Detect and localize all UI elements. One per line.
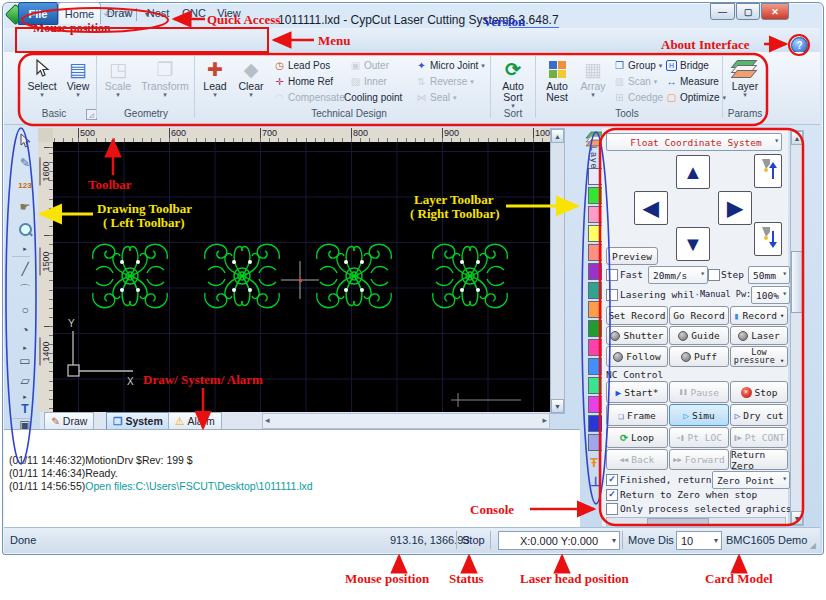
frame-button[interactable]: ❏Frame: [606, 404, 668, 426]
step-size-select[interactable]: 50mm: [748, 266, 790, 284]
lasering-checkbox[interactable]: [606, 289, 618, 301]
tab-cnc[interactable]: CNC: [177, 2, 211, 23]
select-tool-icon[interactable]: [14, 132, 36, 150]
jog-left-button[interactable]: ◀: [634, 191, 668, 225]
scroll-thumb[interactable]: [791, 251, 803, 313]
low-pressure-button[interactable]: Lowpressure ▾: [730, 346, 788, 367]
jog-down-button[interactable]: ▼: [676, 227, 710, 261]
simu-button[interactable]: ▷Simu: [669, 404, 729, 426]
step-checkbox[interactable]: [708, 269, 720, 281]
array-button[interactable]: ▦ Array▾: [577, 57, 609, 98]
manual-power-select[interactable]: 100%: [751, 286, 790, 304]
set-record-button[interactable]: Set Record: [606, 306, 668, 325]
selected-graphics-checkbox[interactable]: [606, 503, 618, 515]
scale-button[interactable]: ◳ Scale▾: [100, 57, 136, 98]
loop-button[interactable]: ⟳Loop: [606, 427, 668, 448]
scroll-down-icon[interactable]: ▼: [791, 511, 803, 525]
minimize-button[interactable]: —: [710, 3, 735, 20]
tab-draw[interactable]: Draw: [100, 2, 139, 23]
tab-alarm-pane[interactable]: ⚠ Alarm: [168, 412, 222, 430]
auto-sort-button[interactable]: ⟳ Auto Sort▾: [493, 57, 533, 109]
pt-loc-button[interactable]: →❚Pt LOC: [669, 427, 729, 448]
zoom-tool-icon[interactable]: [14, 220, 36, 238]
close-button[interactable]: ✕: [761, 3, 789, 20]
reverse-button[interactable]: ⇅Reverse▾: [416, 74, 474, 89]
measure-button[interactable]: ↔Measure: [666, 74, 719, 89]
clear-button[interactable]: ◆ Clear▾: [234, 57, 268, 98]
lead-button[interactable]: ✚ Lead▾: [198, 57, 232, 98]
tab-draw-pane[interactable]: ✎ Draw: [44, 412, 94, 430]
circle-tool-icon[interactable]: ○: [14, 301, 36, 319]
panel-vertical-scrollbar[interactable]: ▲ ▼: [790, 130, 804, 526]
z-down-button[interactable]: [754, 222, 782, 256]
micro-joint-button[interactable]: ✦Micro Joint▾: [416, 58, 485, 73]
pt-cont-button[interactable]: ❚▶Pt CONT: [730, 427, 788, 448]
lead-pos-button[interactable]: ◷Lead Pos: [274, 58, 330, 73]
jog-right-button[interactable]: ▶: [718, 191, 752, 225]
outer-button[interactable]: ▣Outer: [350, 58, 389, 73]
scroll-up-icon[interactable]: ▲: [551, 129, 564, 143]
maximize-button[interactable]: ▢: [736, 3, 760, 20]
scroll-left-icon[interactable]: ◂: [265, 415, 270, 425]
group-button[interactable]: ❐Group▾: [614, 58, 662, 73]
rectangle-tool-icon[interactable]: ▭: [14, 352, 36, 370]
laser-button[interactable]: Laser: [730, 326, 788, 345]
puff-button[interactable]: Puff: [669, 346, 729, 367]
fast-checkbox[interactable]: [606, 269, 618, 281]
layer-button[interactable]: Layer▾: [726, 57, 764, 98]
home-ref-button[interactable]: ✛Home Ref: [274, 74, 333, 89]
optimize-button[interactable]: ▢Optimize▾: [666, 90, 726, 105]
jog-up-button[interactable]: ▲: [676, 155, 710, 189]
return-zero-checkbox[interactable]: ✓: [606, 489, 618, 501]
forward-button[interactable]: ▶▶Forward: [669, 449, 729, 470]
scroll-thumb[interactable]: [647, 518, 709, 525]
resize-grip[interactable]: ◢: [810, 541, 816, 550]
line-tool-icon[interactable]: ╱: [14, 260, 36, 278]
pie-tool-icon[interactable]: ◔: [14, 321, 36, 339]
laser-position-combo[interactable]: X:0.000 Y:0.000: [498, 531, 620, 550]
dry-cut-button[interactable]: ▷Dry cut: [730, 404, 788, 426]
compensate-button[interactable]: ◠Compensate: [274, 90, 345, 105]
record-button[interactable]: ▮Record▾: [730, 306, 788, 325]
follow-button[interactable]: Follow: [606, 346, 668, 367]
coordinate-system-select[interactable]: Float Coordinate System: [606, 133, 782, 151]
pan-tool-icon[interactable]: ☛: [14, 198, 36, 216]
first-layer-icon[interactable]: Ŧ: [590, 455, 598, 470]
tab-system-pane[interactable]: ❒ System: [106, 412, 170, 430]
canvas-vertical-scrollbar[interactable]: ▲ ▼: [550, 128, 565, 414]
transform-button[interactable]: ❐ Transform▾: [138, 57, 192, 98]
fast-speed-select[interactable]: 20mm/s: [648, 266, 708, 284]
tab-nest[interactable]: Nest: [140, 2, 176, 23]
last-layer-icon[interactable]: ⊥: [590, 474, 601, 489]
z-up-button[interactable]: [754, 154, 782, 188]
cooling-point-button[interactable]: Cooling point: [344, 90, 402, 105]
coedge-button[interactable]: ⊞Coedge: [614, 90, 663, 105]
preview-button[interactable]: Preview: [606, 247, 658, 265]
opened-file-link[interactable]: Open files:C:\Users\FSCUT\Desktop\101111…: [85, 480, 312, 492]
return-point-select[interactable]: Zero Point: [712, 471, 790, 489]
inner-button[interactable]: ▨Inner: [350, 74, 387, 89]
scan-button[interactable]: ▥Scan▾: [614, 74, 657, 89]
guide-button[interactable]: Guide: [669, 326, 729, 345]
dimension-tool-icon[interactable]: 123: [14, 176, 36, 194]
canvas-horizontal-scrollbar[interactable]: ◂ ▸: [262, 413, 550, 429]
select-button[interactable]: Select▾: [24, 57, 60, 98]
start-button[interactable]: ▶Start*: [606, 381, 668, 403]
shutter-button[interactable]: Shutter: [606, 326, 668, 345]
go-record-button[interactable]: Go Record: [669, 306, 729, 325]
auto-nest-button[interactable]: Auto Nest: [539, 57, 575, 103]
stop-button[interactable]: ✕Stop: [730, 381, 788, 403]
bridge-button[interactable]: HBridge: [666, 58, 709, 73]
scroll-up-icon[interactable]: ▲: [791, 131, 803, 145]
move-dis-select[interactable]: 10: [676, 531, 722, 550]
back-button[interactable]: ◀◀Back: [606, 449, 668, 470]
seal-button[interactable]: ⋈Seal▾: [416, 90, 457, 105]
pause-button[interactable]: ❚❚Pause: [669, 381, 729, 403]
finished-return-checkbox[interactable]: ✓: [606, 474, 618, 486]
node-edit-tool-icon[interactable]: ✎: [14, 154, 36, 172]
panel-horizontal-scrollbar[interactable]: [606, 517, 786, 526]
scroll-down-icon[interactable]: ▼: [551, 399, 564, 413]
view-button[interactable]: ▤ View▾: [62, 57, 94, 98]
return-zero-button[interactable]: Return Zero: [730, 449, 788, 470]
scroll-right-icon[interactable]: ▸: [542, 415, 547, 425]
